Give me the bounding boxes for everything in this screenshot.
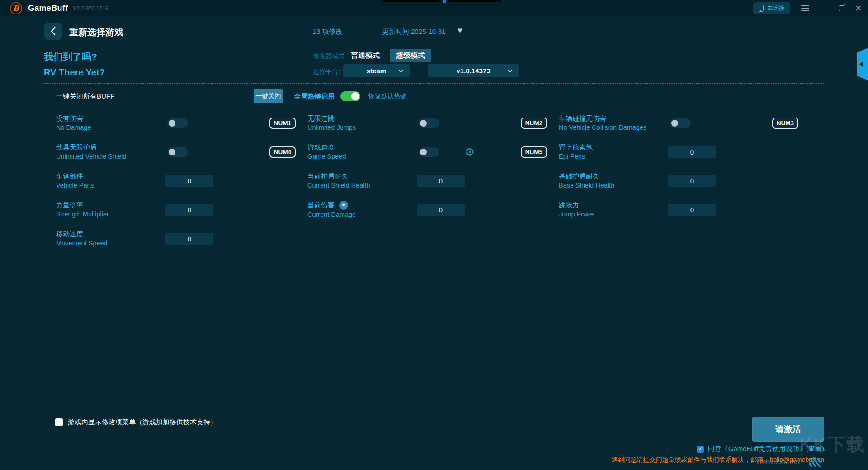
back-button[interactable] bbox=[44, 23, 62, 40]
cheat-name-cn: 肾上腺素笔 bbox=[559, 143, 665, 152]
cheat-name-en: Current Damage bbox=[307, 211, 414, 219]
cheat-name-en: Current Shield Health bbox=[307, 181, 414, 189]
restore-default-hotkeys-link[interactable]: 恢复默认热键 bbox=[368, 92, 406, 100]
global-hotkey-toggle[interactable] bbox=[340, 91, 360, 101]
cheat-control bbox=[414, 118, 505, 128]
cheat-label: 当前护盾耐久Current Shield Health bbox=[307, 172, 414, 190]
cheat-item: 力量倍率Strength Multiplier bbox=[56, 195, 307, 224]
favorite-heart-icon[interactable]: ♥ bbox=[458, 26, 462, 35]
cheat-control bbox=[665, 118, 756, 128]
chevron-down-icon bbox=[507, 69, 513, 73]
cheat-item: 肾上腺素笔Epi Pens bbox=[559, 137, 810, 166]
cheat-label: 车辆碰撞无伤害No Vehicle Collision Damages bbox=[559, 114, 665, 132]
screen-notch-left bbox=[381, 0, 441, 2]
chevron-down-icon bbox=[398, 69, 404, 73]
cheat-name-cn: 车辆碰撞无伤害 bbox=[559, 114, 665, 123]
cheat-name-en: No Damage bbox=[56, 123, 163, 132]
cheat-value-input[interactable] bbox=[668, 204, 716, 216]
platform-label: 选择平台: bbox=[313, 68, 340, 76]
cheat-value-input[interactable] bbox=[417, 204, 465, 216]
cheat-item: 载具无限护盾Unlimited Vehicle ShieldNUM4 bbox=[56, 137, 307, 166]
hotkey-badge[interactable]: NUM1 bbox=[269, 118, 296, 129]
cheat-item: 基础护盾耐久Base Shield Health bbox=[559, 166, 810, 195]
cheat-label: 当前伤害★Current Damage bbox=[307, 201, 414, 219]
close-button[interactable]: ✕ bbox=[855, 5, 862, 12]
cheat-name-cn: 当前伤害★ bbox=[307, 201, 414, 210]
cheat-item: 当前伤害★Current Damage bbox=[307, 195, 559, 224]
cheat-control bbox=[414, 204, 505, 216]
cheat-control bbox=[163, 147, 253, 157]
cheat-value-input[interactable] bbox=[668, 146, 716, 158]
cheat-toggle[interactable] bbox=[167, 147, 188, 157]
settings-gear-icon[interactable]: ⚙ bbox=[465, 146, 475, 158]
cheat-value-input[interactable] bbox=[417, 175, 465, 187]
device-connect-button[interactable]: 未连接 bbox=[753, 2, 790, 14]
cheat-name-en: Unlimited Jumps bbox=[307, 123, 414, 132]
platform-row: 选择平台: steam v1.0.14373 bbox=[313, 64, 530, 77]
cheat-name-cn: 基础护盾耐久 bbox=[559, 172, 665, 181]
cheat-toggle[interactable] bbox=[419, 147, 439, 157]
close-all-label: 一键关闭所有BUFF bbox=[56, 92, 114, 101]
cheat-value-input[interactable] bbox=[668, 175, 716, 187]
cheat-name-cn: 跳跃力 bbox=[559, 201, 665, 210]
cheat-value-input[interactable] bbox=[165, 233, 213, 245]
cheat-item: 车辆部件Vehicle Parts bbox=[56, 166, 307, 195]
cheat-value-input[interactable] bbox=[165, 204, 213, 216]
game-title-cn: 我们到了吗? bbox=[44, 51, 97, 63]
cheat-toggle[interactable] bbox=[419, 118, 439, 128]
app-version: V2.2.970.1216 bbox=[73, 5, 108, 12]
ingame-menu-checkbox[interactable] bbox=[55, 418, 63, 426]
cheat-label: 游戏速度Game Speed bbox=[307, 143, 414, 161]
featured-star-icon: ★ bbox=[339, 201, 348, 210]
cheat-toggle[interactable] bbox=[670, 118, 691, 128]
cheat-label: 移动速度Movement Speed bbox=[56, 230, 163, 248]
cheat-name-cn: 载具无限护盾 bbox=[56, 143, 163, 152]
global-hotkey-label: 全局热键启用 bbox=[294, 92, 335, 101]
app-window: B GameBuff V2.2.970.1216 未连接 — ✕ 重新选择游戏 … bbox=[0, 0, 868, 470]
cheat-control bbox=[163, 175, 253, 187]
toggle-knob bbox=[169, 120, 175, 127]
title-bar: B GameBuff V2.2.970.1216 未连接 — ✕ bbox=[0, 0, 868, 16]
gamebuff-logo-icon: B bbox=[10, 2, 22, 14]
hamburger-menu-icon[interactable] bbox=[801, 5, 809, 12]
close-all-button[interactable]: 一键关闭 bbox=[254, 89, 283, 103]
version-select[interactable]: v1.0.14373 bbox=[428, 64, 519, 77]
cheat-control: ⚙ bbox=[414, 146, 505, 158]
cheat-item: 移动速度Movement Speed bbox=[56, 224, 307, 253]
hotkey-badge[interactable]: NUM5 bbox=[521, 146, 547, 158]
cheat-grid: 没有伤害No DamageNUM1无限连跳Unlimited JumpsNUM2… bbox=[56, 108, 810, 253]
cheat-label: 载具无限护盾Unlimited Vehicle Shield bbox=[56, 143, 163, 161]
cheat-label: 没有伤害No Damage bbox=[56, 114, 163, 132]
toggle-knob bbox=[420, 120, 427, 127]
agreement-checkbox[interactable]: ✓ bbox=[697, 446, 704, 453]
watermark-logo: KK下载 bbox=[799, 432, 865, 457]
cheat-value-input[interactable] bbox=[165, 175, 213, 187]
ingame-menu-row: 游戏内显示修改项菜单（游戏加加提供技术支持） bbox=[55, 418, 217, 427]
tab-normal-mode[interactable]: 普通模式 bbox=[351, 51, 380, 61]
maximize-button[interactable] bbox=[839, 5, 844, 11]
platform-selected-value: steam bbox=[367, 67, 386, 75]
hotkey-badge[interactable]: NUM2 bbox=[521, 118, 547, 129]
tab-super-mode[interactable]: 超级模式 bbox=[390, 49, 431, 62]
cheat-name-en: Strength Multiplier bbox=[56, 210, 163, 218]
mods-count: 13 项修改 bbox=[313, 28, 343, 36]
version-selected-value: v1.0.14373 bbox=[456, 67, 490, 75]
cheat-name-en: Game Speed bbox=[307, 152, 414, 160]
cheat-label: 肾上腺素笔Epi Pens bbox=[559, 143, 665, 161]
cheat-label: 车辆部件Vehicle Parts bbox=[56, 172, 163, 190]
cheat-toggle[interactable] bbox=[167, 118, 188, 128]
screen-notch-dot bbox=[443, 0, 446, 3]
cheat-name-en: Unlimited Vehicle Shield bbox=[56, 152, 163, 160]
hotkey-badge[interactable]: NUM3 bbox=[772, 118, 798, 129]
platform-select[interactable]: steam bbox=[343, 64, 410, 77]
cheat-name-en: Epi Pens bbox=[559, 152, 665, 160]
cheat-name-cn: 游戏速度 bbox=[307, 143, 414, 152]
connection-status: 未连接 bbox=[767, 4, 785, 12]
cheat-control bbox=[665, 204, 756, 216]
hotkey-badge[interactable]: NUM4 bbox=[269, 146, 296, 158]
minimize-button[interactable]: — bbox=[820, 5, 828, 12]
cheat-item: 无限连跳Unlimited JumpsNUM2 bbox=[307, 108, 559, 137]
side-panel-handle[interactable] bbox=[857, 48, 868, 80]
page-title: 重新选择游戏 bbox=[69, 26, 123, 38]
cheat-name-cn: 力量倍率 bbox=[56, 201, 163, 210]
